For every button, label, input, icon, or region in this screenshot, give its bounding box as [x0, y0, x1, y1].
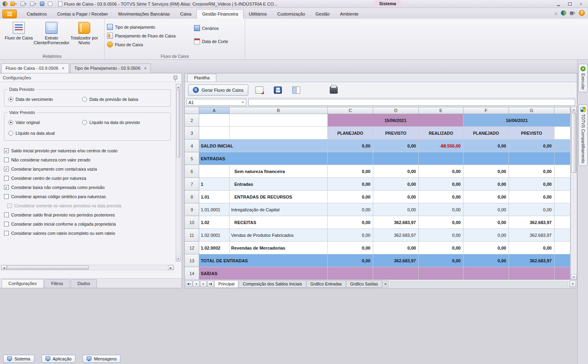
cell-A5[interactable]: ENTRADAS: [199, 152, 328, 165]
cell-F3[interactable]: PLANEJADO: [463, 127, 509, 140]
cell-F4[interactable]: 0,00: [463, 140, 509, 152]
cell-C4[interactable]: 0,00: [328, 140, 373, 152]
radio-valor-original[interactable]: Valor original: [8, 120, 82, 125]
cell-C5[interactable]: [328, 152, 373, 165]
ribbon-tab-ambiente[interactable]: Ambiente: [335, 10, 364, 19]
cell-E7[interactable]: 0,00: [419, 178, 463, 191]
cell-G9[interactable]: 0,00: [509, 203, 554, 216]
last-sheet-icon[interactable]: ▸▮: [207, 281, 214, 287]
radio-liquido-na-data-do-previsto[interactable]: Líquido na data do previsto: [82, 120, 166, 125]
doc-tab-fluxo-de-caixa-03-9-0506[interactable]: Fluxo de Caixa - 03.9.0506×: [1, 63, 69, 73]
checkbox-considerar-somente-os-valores-previstos-na-data-prevista[interactable]: Considerar somente os valores previstos …: [4, 202, 171, 209]
prev-sheet-icon[interactable]: ◂: [193, 281, 200, 287]
radio-data-de-previsao-de-baixa[interactable]: Data de previsão de baixa: [82, 97, 166, 102]
scroll-left-icon[interactable]: ◀: [1, 265, 7, 270]
cell-D12[interactable]: 0,00: [373, 242, 419, 254]
cell-E11[interactable]: 0,00: [419, 229, 463, 242]
col-header-D[interactable]: D: [373, 107, 419, 114]
cell-F6[interactable]: 0,00: [463, 165, 509, 178]
cell-F14[interactable]: [463, 267, 509, 279]
cell-E6[interactable]: 0,00: [419, 165, 463, 178]
cell-C6[interactable]: 0,00: [328, 165, 373, 178]
cell-A12[interactable]: 1.02.0002: [199, 242, 230, 254]
cell-E14[interactable]: [419, 267, 463, 279]
first-sheet-icon[interactable]: ▮◂: [186, 281, 192, 287]
cell-D5[interactable]: [373, 152, 419, 165]
date-header-1[interactable]: 16/06/2021: [463, 114, 570, 127]
row-number-2[interactable]: 2: [185, 114, 199, 127]
cell-G13[interactable]: 362.683,97: [509, 254, 554, 267]
side-tab-executar[interactable]: Executar: [578, 64, 588, 92]
doc-tab-tipo-de-planejamento-03-9-0506[interactable]: Tipo de Planejamento - 03.9.0506×: [70, 63, 151, 73]
cell-B7[interactable]: Entradas: [230, 178, 328, 191]
next-sheet-icon[interactable]: ▸: [200, 281, 207, 287]
sheet-tab-grafico-entradas[interactable]: Gráfico Entradas: [307, 280, 346, 288]
cell-E13[interactable]: 0,00: [419, 254, 463, 267]
cell-G11[interactable]: 362.683,97: [509, 229, 554, 242]
extrato-cliente-fornecedor-button[interactable]: Extrato Cliente/Fornecedor: [35, 20, 68, 53]
config-tab-dados[interactable]: Dados: [71, 279, 97, 288]
row-number-6[interactable]: 6: [185, 165, 199, 178]
cell-B12[interactable]: Revendas de Mercadorias: [230, 242, 328, 254]
cell-F11[interactable]: 0,00: [463, 229, 509, 242]
cell-G12[interactable]: 0,00: [509, 242, 554, 254]
row-number-5[interactable]: 5: [185, 152, 199, 165]
scroll-up-icon[interactable]: ▲: [571, 107, 577, 112]
cell-C11[interactable]: 0,00: [328, 229, 373, 242]
cenarios-button[interactable]: Cenários: [194, 25, 228, 31]
cell-B6[interactable]: Sem natureza financeira: [230, 165, 328, 178]
row-number-13[interactable]: 13: [185, 254, 199, 267]
cell-F13[interactable]: 0,00: [463, 254, 509, 267]
grid-corner[interactable]: [185, 107, 199, 114]
ribbon-tab-utilitarios[interactable]: Utilitários: [244, 10, 272, 19]
sheet-tab-composicao-dos-saldos-iniciais[interactable]: Composição dos Saldos Iniciais: [239, 280, 306, 288]
checkbox-considerar-saldo-inicial-conforme-a-coligada-proprietaria[interactable]: Considerar saldo inicial conforme a coli…: [4, 220, 171, 227]
ribbon-tab-contas-a-pagar-receber[interactable]: Contas a Pagar / Receber: [52, 10, 113, 19]
config-horizontal-scrollbar[interactable]: ◀ ▶: [1, 265, 174, 270]
cell-F12[interactable]: 0,00: [463, 242, 509, 254]
data-de-corte-button[interactable]: Data de Corte: [194, 38, 228, 44]
close-tab-icon[interactable]: ×: [144, 66, 147, 71]
new-record-icon[interactable]: ▾: [10, 1, 18, 7]
cell-E4[interactable]: -88.550,00: [419, 140, 463, 152]
contacts-icon[interactable]: [47, 1, 53, 7]
radio-data-de-vencimento[interactable]: Data de vencimento: [8, 97, 82, 102]
columns-icon[interactable]: [292, 87, 300, 94]
col-header-G[interactable]: G: [509, 107, 554, 114]
sheet-tab-grafico-saidas[interactable]: Gráfico Saídas: [346, 280, 382, 288]
cell-D6[interactable]: 0,00: [373, 165, 419, 178]
cell-G8[interactable]: 0,00: [509, 191, 554, 203]
minimize-button[interactable]: [555, 1, 562, 7]
checkbox-considerar-baixa-nao-compensada-como-previsao[interactable]: ✓Considerar baixa não compensada como pr…: [4, 184, 171, 191]
cell-B2[interactable]: [230, 114, 328, 127]
ribbon-tab-movimentacoes-bancarias[interactable]: Movimentações Bancárias: [113, 10, 175, 19]
cell-A4[interactable]: SALDO INICIAL: [199, 140, 328, 152]
cell-A2[interactable]: [199, 114, 230, 127]
cell-F5[interactable]: [463, 152, 509, 165]
cell-E12[interactable]: 0,00: [419, 242, 463, 254]
checkbox-considerar-saldo-final-previsto-nos-periodos-posteriores[interactable]: Considerar saldo final previsto nos perí…: [4, 211, 171, 218]
ribbon-tab-gestao[interactable]: Gestão: [310, 10, 335, 19]
menu-sistema[interactable]: Sistema: [374, 0, 401, 7]
checkbox-considerar-lancamento-com-conta-caixa-vazia[interactable]: ✓Considerar lançamento com conta/caixa v…: [4, 165, 171, 172]
sheet-tab-principal[interactable]: Principal: [214, 280, 238, 288]
cell-G3[interactable]: PREVISTO: [509, 127, 554, 140]
horizontal-scroll-track[interactable]: [390, 281, 568, 286]
sheet-tab-scroll-left[interactable]: <: [382, 281, 389, 287]
ribbon-tab-cadastros[interactable]: Cadastros: [22, 10, 52, 19]
scroll-up-icon[interactable]: ▲: [176, 84, 180, 89]
cell-G4[interactable]: 0,00: [509, 140, 554, 152]
restore-button[interactable]: [566, 1, 573, 7]
cell-B3[interactable]: [230, 127, 328, 140]
date-header-0[interactable]: 15/06/2021: [328, 114, 463, 127]
cell-name-box[interactable]: A1 ▼: [186, 99, 246, 106]
help-icon[interactable]: ?: [579, 10, 585, 16]
scrollbar-thumb[interactable]: [571, 113, 576, 173]
cell-F9[interactable]: 0,00: [463, 203, 509, 216]
checkbox-considerar-valores-com-rateio-incompleto-ou-sem-rateio[interactable]: Considerar valores com rateio incompleto…: [4, 230, 171, 236]
row-number-4[interactable]: 4: [185, 140, 199, 152]
scroll-down-icon[interactable]: ▼: [176, 256, 180, 261]
row-number-11[interactable]: 11: [185, 229, 199, 242]
grid-vertical-scrollbar[interactable]: ▲ ▼: [570, 107, 577, 279]
cell-A13[interactable]: TOTAL DE ENTRADAS: [199, 254, 328, 267]
